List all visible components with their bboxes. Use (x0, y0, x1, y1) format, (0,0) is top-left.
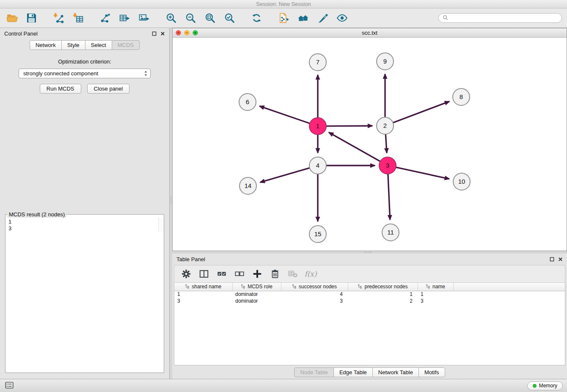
edge-2-8[interactable] (393, 102, 449, 123)
optimization-criterion-select[interactable]: strongly connected component (19, 69, 151, 78)
edge-2-3[interactable] (385, 134, 387, 153)
tab-motifs[interactable]: Motifs (418, 367, 445, 377)
export-image-button[interactable] (135, 10, 152, 26)
cell-predecessor-nodes[interactable]: 2 (348, 298, 418, 304)
node-label: 8 (460, 93, 463, 100)
open-session-button[interactable] (3, 10, 20, 26)
table-row[interactable]: 1dominator411 (174, 291, 565, 298)
cell-name[interactable]: 3 (418, 298, 453, 304)
tab-mcds[interactable]: MCDS (112, 40, 140, 50)
home-button[interactable] (295, 10, 311, 26)
edge-3-10[interactable] (396, 167, 449, 179)
tab-node-table[interactable]: Node Table (294, 367, 334, 377)
node-9[interactable]: 9 (377, 53, 394, 70)
tab-network-table[interactable]: Network Table (372, 367, 419, 377)
column-header-successor-nodes[interactable]: successor nodes (281, 283, 348, 291)
panel-splitter[interactable] (170, 28, 172, 379)
node-8[interactable]: 8 (453, 88, 470, 105)
window-close-icon[interactable] (176, 30, 181, 36)
show-hide-button[interactable] (333, 10, 350, 26)
column-header-shared-name[interactable]: shared name (174, 283, 232, 291)
network-window-titlebar[interactable]: scc.txt (173, 28, 567, 38)
node-1[interactable]: 1 (309, 118, 326, 135)
node-6[interactable]: 6 (239, 94, 256, 110)
edge-4-14[interactable] (260, 168, 310, 182)
import-network-button[interactable] (50, 10, 67, 26)
float-panel-icon[interactable] (550, 257, 554, 262)
node-label: 7 (316, 58, 319, 66)
save-session-button[interactable] (23, 10, 40, 26)
edge-3-1[interactable] (329, 133, 380, 162)
edge-3-11[interactable] (388, 174, 390, 220)
edge-1-6[interactable] (259, 106, 310, 124)
network-graph[interactable]: 1234678910111415 (173, 38, 566, 251)
node-14[interactable]: 14 (239, 177, 256, 194)
mcds-result-item[interactable]: 1 (8, 218, 164, 225)
window-minimize-icon[interactable] (184, 30, 190, 36)
mcds-result-list[interactable]: 13 (6, 218, 164, 232)
close-panel-button[interactable]: Close panel (87, 84, 130, 94)
refresh-layout-button[interactable] (248, 10, 265, 26)
tab-select[interactable]: Select (85, 40, 112, 50)
show-columns-button[interactable] (196, 267, 212, 281)
edge-1-2[interactable] (326, 126, 372, 126)
window-titlebar[interactable]: Session: New Session (0, 0, 567, 8)
cell-name[interactable]: 1 (418, 291, 453, 298)
memory-button[interactable]: Memory (527, 381, 563, 390)
table-settings-button[interactable] (179, 267, 194, 281)
tab-network[interactable]: Network (30, 40, 62, 50)
select-all-button[interactable] (214, 267, 229, 281)
tab-edge-table[interactable]: Edge Table (333, 367, 373, 377)
cell-predecessor-nodes[interactable]: 1 (348, 291, 418, 298)
run-mcds-button[interactable]: Run MCDS (40, 84, 81, 94)
network-canvas[interactable]: 1234678910111415 (173, 38, 567, 251)
node-10[interactable]: 10 (453, 173, 470, 190)
cell-shared-name[interactable]: 1 (174, 291, 232, 298)
export-network-button[interactable] (96, 10, 113, 26)
delete-column-button[interactable] (267, 267, 283, 281)
node-15[interactable]: 15 (309, 226, 326, 243)
node-7[interactable]: 7 (309, 54, 326, 71)
deselect-all-button[interactable] (232, 267, 247, 281)
style-brush-button[interactable] (314, 10, 331, 26)
cell-successor-nodes[interactable]: 4 (281, 291, 348, 298)
cell-shared-name[interactable]: 3 (174, 298, 232, 304)
column-header-MCDS-role[interactable]: MCDS role (232, 283, 281, 291)
import-table-button[interactable] (69, 10, 86, 26)
cell-MCDS-role[interactable]: dominator (232, 291, 281, 298)
zoom-out-button[interactable] (182, 10, 199, 26)
close-panel-icon[interactable] (160, 31, 165, 36)
export-table-button[interactable] (116, 10, 133, 26)
column-header-name[interactable]: name (418, 283, 453, 291)
cell-successor-nodes[interactable]: 3 (281, 298, 348, 304)
add-column-button[interactable] (250, 267, 265, 281)
float-panel-icon[interactable] (152, 31, 157, 36)
node-2[interactable]: 2 (377, 117, 394, 134)
close-panel-icon[interactable] (558, 257, 563, 262)
zoom-in-button[interactable] (162, 10, 179, 26)
column-header-predecessor-nodes[interactable]: predecessor nodes (348, 283, 418, 291)
zoom-fit-button[interactable] (201, 10, 218, 26)
node-4[interactable]: 4 (309, 157, 326, 174)
node-11[interactable]: 11 (382, 224, 399, 241)
right-column: scc.txt 1234678910111415 Table Panel (172, 28, 567, 379)
node-label: 15 (314, 230, 322, 237)
table-splitter[interactable] (172, 251, 567, 254)
node-label: 1 (316, 122, 319, 130)
search-input[interactable] (450, 15, 558, 21)
function-builder-button: f(x) (303, 267, 318, 281)
window-zoom-icon[interactable] (193, 30, 198, 36)
zoom-selected-button[interactable] (221, 10, 238, 26)
node-label: 3 (386, 162, 389, 169)
node-3[interactable]: 3 (379, 157, 396, 174)
task-history-button[interactable] (4, 381, 14, 391)
search-box[interactable] (438, 13, 562, 23)
result-scrollbar[interactable] (158, 218, 164, 232)
cell-MCDS-role[interactable]: dominator (232, 298, 281, 304)
table-row[interactable]: 3dominator323 (174, 298, 565, 304)
splitter-handle[interactable] (364, 251, 372, 253)
tab-style[interactable]: Style (61, 40, 85, 50)
clone-network-button[interactable] (275, 10, 292, 26)
mcds-result-item[interactable]: 3 (8, 225, 164, 232)
splitter-handle[interactable] (170, 196, 172, 204)
